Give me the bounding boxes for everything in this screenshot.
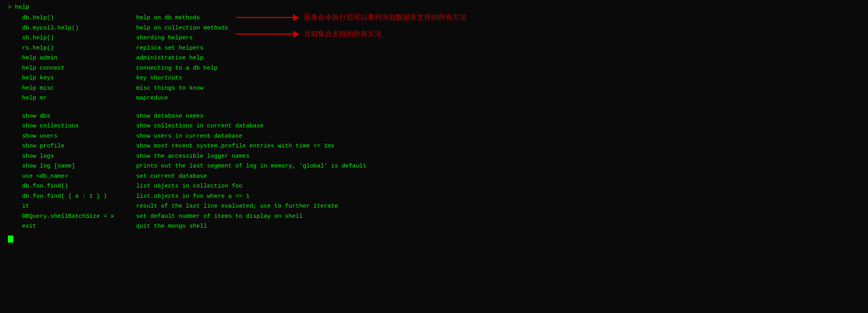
help-command: show dbs (8, 111, 136, 122)
table-row: rs.help() replica set helpers (8, 43, 366, 53)
table-row: it result of the last line evaluated; us… (8, 201, 366, 212)
help-description: administrative help (136, 53, 366, 63)
table-row: db.help() help on db methods (8, 13, 366, 23)
table-row: db.foo.find( { a : 1 } ) list objects in… (8, 191, 366, 202)
help-description: sharding helpers (136, 33, 366, 43)
table-row: db.mycoll.help() help on collection meth… (8, 23, 366, 33)
help-command: rs.help() (8, 43, 136, 53)
table-row: help misc misc things to know (8, 83, 366, 94)
help-description: result of the last line evaluated; use t… (136, 201, 366, 212)
help-description: connecting to a db help (136, 63, 366, 74)
table-row: db.foo.find() list objects in collection… (8, 181, 366, 191)
help-description: help on db methods (136, 13, 366, 23)
table-row: show users show users in current databas… (8, 131, 366, 142)
help-description: list objects in collection foo (136, 181, 366, 191)
help-command: db.foo.find( { a : 1 } ) (8, 191, 136, 202)
help-description: replica set helpers (136, 43, 366, 53)
table-row: show log [name] prints out the last segm… (8, 161, 366, 171)
help-command: DBQuery.shellBatchSize = x (8, 212, 136, 222)
help-description: help on collection methods (136, 23, 366, 33)
help-description: mapreduce (136, 93, 366, 103)
help-description: prints out the last segment of log in me… (136, 161, 366, 171)
help-description: show users in current database (136, 131, 366, 142)
help-description: key shortcuts (136, 73, 366, 83)
table-row: use <db_name> set current database (8, 171, 366, 182)
table-row: help admin administrative help (8, 53, 366, 63)
help-command: show users (8, 131, 136, 142)
help-command: help admin (8, 53, 136, 63)
help-command: help mr (8, 93, 136, 103)
help-command: db.help() (8, 13, 136, 23)
help-table: db.help() help on db methods db.mycoll.h… (8, 13, 366, 232)
help-command: it (8, 201, 136, 212)
help-command: db.mycoll.help() (8, 23, 136, 33)
help-command: sh.help() (8, 33, 136, 43)
table-row: show profile show most recent system.pro… (8, 141, 366, 151)
help-command: show profile (8, 141, 136, 151)
help-command: use <db_name> (8, 171, 136, 182)
help-description: show the accessible logger names (136, 151, 366, 162)
table-row: help connect connecting to a db help (8, 63, 366, 74)
spacer-cell (8, 103, 136, 111)
table-row: help mr mapreduce (8, 93, 366, 103)
cursor-line (8, 234, 860, 243)
table-row: DBQuery.shellBatchSize = x set default n… (8, 212, 366, 222)
spacer-row (8, 103, 366, 111)
table-row: help keys key shortcuts (8, 73, 366, 83)
help-description: set default number of items to display o… (136, 212, 366, 222)
table-row: sh.help() sharding helpers (8, 33, 366, 43)
help-description: list objects in foo where a == 1 (136, 191, 366, 202)
help-command: db.foo.find() (8, 181, 136, 191)
help-command: help misc (8, 83, 136, 94)
terminal: > help 该条命令执行后可以看到当前数据库支持的所有方法 当前集合支持的所有… (8, 4, 860, 309)
cursor-block (8, 236, 13, 243)
table-row: show logs show the accessible logger nam… (8, 151, 366, 162)
help-description: show database names (136, 111, 366, 122)
table-row: show collections show collections in cur… (8, 121, 366, 131)
help-description: show most recent system.profile entries … (136, 141, 366, 151)
help-command: help keys (8, 73, 136, 83)
help-command: exit (8, 221, 136, 232)
help-description: misc things to know (136, 83, 366, 94)
help-command: show logs (8, 151, 136, 162)
prompt-line: > help (8, 4, 860, 11)
help-description: quit the mongo shell (136, 221, 366, 232)
help-command: show log [name] (8, 161, 136, 171)
help-command: help connect (8, 63, 136, 74)
help-description: show collections in current database (136, 121, 366, 131)
help-description: set current database (136, 171, 366, 182)
table-row: exit quit the mongo shell (8, 221, 366, 232)
help-command: show collections (8, 121, 136, 131)
table-row: show dbs show database names (8, 111, 366, 122)
